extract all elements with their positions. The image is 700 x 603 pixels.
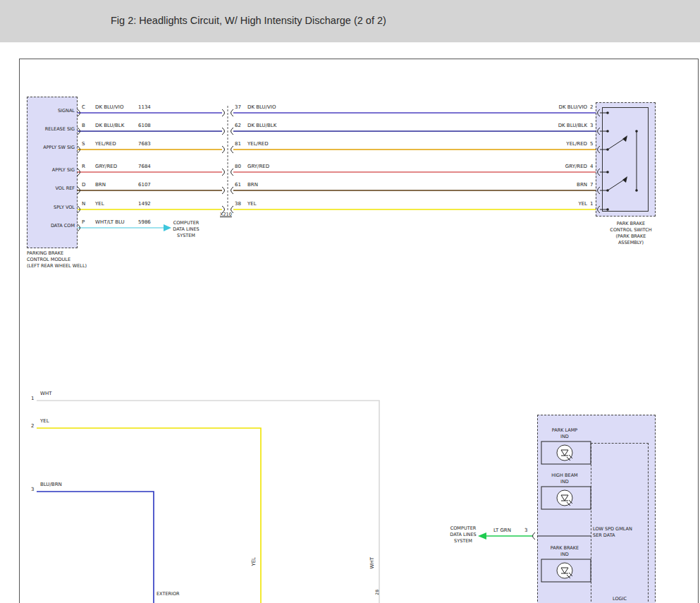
wire-color-label: BRN	[95, 182, 106, 188]
cluster-pin-number: 3	[524, 528, 527, 533]
module-pin-name: VOL REF	[56, 185, 75, 191]
wire-color-label-mid: DK BLU/VIO	[247, 104, 276, 110]
wire-color-label: WHT/LT BLU	[95, 219, 125, 225]
switch-pin-number: 3	[590, 123, 593, 128]
wire-color-label-right: GRY/RED	[565, 164, 587, 169]
wire-color-label-mid: BRN	[247, 182, 258, 188]
switch-pin-number: 4	[590, 164, 593, 169]
module-caption-line: CONTROL MODULE	[27, 257, 70, 262]
computer-data-lines-label: SYSTEM	[443, 538, 484, 544]
lower-wire-number: 3	[31, 487, 34, 492]
wire-color-label: GRY/RED	[95, 164, 117, 169]
switch-caption-line: ASSEMBLY)	[594, 240, 668, 245]
wire-color-label-right: YEL/RED	[566, 141, 587, 147]
indicator-label: IND	[539, 479, 591, 485]
switch-pin-number: 1	[590, 201, 593, 207]
wire-circuit-number: 6107	[138, 182, 151, 188]
module-pin-name: SIGNAL	[58, 108, 75, 114]
indicator-label: IND	[539, 552, 591, 557]
wire-color-label-right: BRN	[577, 182, 587, 188]
computer-data-lines-label: COMPUTER	[443, 525, 484, 531]
figure-title: Fig 2: Headlights Circuit, W/ High Inten…	[111, 15, 386, 26]
module-pin-name: DATA COM	[51, 223, 75, 229]
wiring-diagram-page: Fig 2: Headlights Circuit, W/ High Inten…	[0, 0, 700, 603]
wire-color-label-mid: DK BLU/BLK	[247, 123, 276, 128]
wire-pin-letter: C	[82, 104, 85, 110]
module-pin-name: RELEASE SIG	[45, 126, 75, 132]
wire-circuit-number: 1134	[138, 104, 151, 110]
connector-pin-number: 38	[235, 201, 241, 207]
wire-color-label-right: YEL	[578, 201, 587, 207]
indicator-label: PARK LAMP	[539, 427, 591, 433]
park-brake-switch-inner-box	[602, 107, 649, 212]
computer-data-lines-label: DATA LINES	[168, 226, 204, 232]
switch-caption-line: (PARK BRAKE	[594, 233, 668, 239]
wire-color-label-right: DK BLU/BLK	[558, 123, 587, 128]
computer-data-lines-label: DATA LINES	[443, 532, 484, 537]
switch-caption-line: CONTROL SWITCH	[594, 227, 668, 233]
gmlan-label: LOW SPD GMLAN	[593, 526, 632, 532]
cluster-logic-inner-box	[591, 443, 649, 603]
lower-wire-number: 2	[31, 423, 34, 429]
wire-circuit-number: 5986	[138, 219, 151, 225]
switch-pin-number: 7	[590, 182, 593, 188]
gmlan-label: SER DATA	[593, 532, 615, 538]
computer-data-lines-label: COMPUTER	[168, 220, 204, 226]
vertical-wire-label-wht: WHT	[369, 557, 375, 568]
wire-circuit-number: 1492	[138, 201, 151, 207]
wire-circuit-number: 6108	[138, 123, 151, 128]
logic-label: LOGIC	[591, 596, 649, 602]
connector-pin-number: 61	[235, 182, 241, 188]
module-pin-name: APPLY SW SIG	[43, 145, 75, 150]
wire-pin-letter: R	[82, 164, 85, 169]
wire-color-label-mid: GRY/RED	[247, 164, 269, 169]
wire-pin-letter: N	[82, 201, 85, 207]
wire-color-label: DK BLU/VIO	[95, 104, 123, 110]
module-pin-name: APPLY SIG	[52, 167, 75, 173]
indicator-label: IND	[539, 434, 591, 439]
inline-connector-label: X210	[220, 212, 232, 217]
module-caption-line: PARKING BRAKE	[27, 250, 63, 256]
figure-title-bar: Fig 2: Headlights Circuit, W/ High Inten…	[0, 0, 700, 42]
wire-color-label: YEL/RED	[95, 141, 116, 147]
indicator-label: PARK BRAKE	[539, 545, 591, 551]
indicator-label: HIGH BEAM	[539, 473, 591, 478]
vertical-wire-label-yel: YEL	[251, 557, 257, 566]
exterior-label: EXTERIOR	[156, 591, 180, 597]
lower-wire-color-label: WHT	[40, 391, 51, 396]
connector-pin-number: 62	[235, 123, 241, 128]
wire-pin-letter: B	[82, 123, 85, 128]
connector-pin-number: 37	[235, 104, 241, 110]
switch-caption-line: PARK BRAKE	[594, 221, 668, 226]
module-caption-line: (LEFT REAR WHEEL WELL)	[27, 263, 87, 269]
wire-pin-letter: P	[82, 219, 85, 225]
lower-wire-color-label: YEL	[40, 418, 49, 424]
switch-pin-number: 5	[590, 141, 593, 147]
connector-pin-number: 81	[235, 141, 241, 147]
wire-color-label: YEL	[95, 201, 104, 207]
wire-pin-letter: S	[82, 141, 85, 147]
computer-data-lines-label: SYSTEM	[168, 233, 204, 238]
wire-color-label-mid: YEL	[247, 201, 257, 207]
lower-wire-color-label: BLU/BRN	[40, 482, 62, 487]
switch-pin-number: 2	[590, 104, 593, 110]
connector-pin-number: 80	[235, 164, 241, 169]
wire-pin-letter: D	[82, 182, 85, 188]
wire-color-label-mid: YEL/RED	[247, 141, 269, 147]
wire-color-label-right: DK BLU/VIO	[559, 104, 587, 110]
wire-color-label: DK BLU/BLK	[95, 123, 124, 128]
wire-circuit-number: 7683	[138, 141, 151, 147]
wire-color-label-lt-grn: LT GRN	[493, 528, 511, 533]
wire-circuit-number: 7684	[138, 164, 151, 169]
module-pin-name: SPLY VOL	[54, 205, 75, 210]
lower-wire-number: 1	[31, 396, 34, 401]
grid-ref-label: 28	[374, 590, 380, 595]
